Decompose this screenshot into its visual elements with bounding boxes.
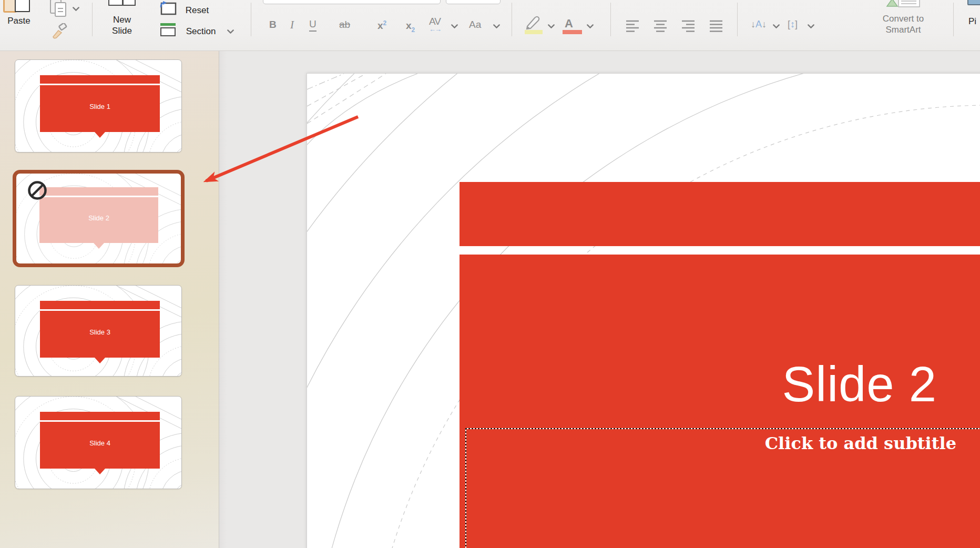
paste-label[interactable]: Paste — [2, 16, 36, 26]
group-divider — [610, 3, 611, 36]
convert-smartart-label-line2: SmartArt — [874, 25, 933, 35]
slide-editor-area: Slide 2 Click to add subtitle — [219, 51, 980, 548]
font-size-input[interactable] — [446, 0, 501, 4]
font-color-swatch — [563, 30, 582, 34]
convert-smartart-icon — [886, 0, 921, 7]
slide-thumbnail-4[interactable]: Slide 4 — [15, 396, 182, 489]
font-name-input[interactable] — [263, 0, 441, 4]
format-painter-icon[interactable] — [50, 23, 69, 39]
thumbnail-slide-title: Slide 1 — [40, 103, 160, 110]
thumbnail-title-banner: Slide 4 — [40, 412, 160, 469]
slide-canvas[interactable]: Slide 2 Click to add subtitle — [307, 73, 980, 548]
vertical-align-chevron[interactable] — [808, 24, 814, 28]
text-direction-button[interactable]: ↓A↓ — [751, 19, 767, 30]
group-divider — [251, 3, 251, 36]
thumbnail-slide-title: Slide 3 — [40, 328, 160, 336]
align-center-button[interactable] — [654, 19, 667, 33]
banner-pointer — [95, 469, 105, 474]
subtitle-placeholder-border-left — [465, 428, 466, 548]
group-divider — [953, 3, 954, 36]
thumbnail-title-banner: Slide 3 — [40, 301, 160, 358]
text-direction-chevron[interactable] — [773, 24, 780, 28]
subtitle-placeholder-text[interactable]: Click to add subtitle — [765, 433, 956, 453]
section-icon-rect — [160, 27, 176, 36]
subscript-button[interactable]: x2 — [406, 20, 415, 32]
underline-button[interactable]: U — [309, 18, 317, 32]
slide-top-banner[interactable] — [460, 182, 980, 246]
thumbnail-title-banner-faded: Slide 2 — [39, 187, 158, 243]
subtitle-placeholder-border-top — [465, 428, 980, 429]
slide-thumbnail-3[interactable]: Slide 3 — [15, 285, 182, 377]
banner-pointer — [95, 132, 105, 138]
thumbnail-title-banner: Slide 1 — [40, 75, 160, 132]
font-color-letter: A — [565, 17, 573, 31]
bold-button[interactable]: B — [269, 19, 277, 31]
slide-thumbnail-2-selected[interactable]: Slide 2 — [13, 170, 185, 267]
slide-thumbnail-1[interactable]: Slide 1 — [15, 59, 182, 153]
section-icon — [160, 23, 176, 26]
thumbnail-slide-title: Slide 2 — [39, 214, 158, 222]
copy-icon[interactable] — [49, 0, 69, 19]
change-case-chevron[interactable] — [493, 24, 500, 28]
group-divider — [512, 3, 512, 36]
picture-label[interactable]: Pi — [968, 16, 980, 27]
slide-title-text[interactable]: Slide 2 — [782, 356, 937, 413]
align-right-button[interactable] — [681, 19, 695, 33]
ribbon: Paste New Slide Reset Section — [0, 0, 980, 51]
strikethrough-button[interactable]: ab — [339, 19, 350, 31]
new-slide-label-line2[interactable]: Slide — [104, 26, 140, 36]
slide-2-number: 2 — [0, 176, 5, 187]
character-spacing-arrows: ←→ — [429, 25, 441, 33]
paste-page-icon — [15, 0, 30, 12]
vertical-align-button[interactable]: [↕] — [788, 19, 798, 30]
reset-icon[interactable] — [159, 1, 177, 16]
banner-accent-line — [40, 420, 160, 422]
new-slide-icon — [108, 0, 136, 6]
subscript-x: x — [406, 20, 412, 31]
align-justify-button[interactable] — [709, 19, 723, 33]
character-spacing-chevron[interactable] — [451, 24, 458, 28]
superscript-x: x — [377, 20, 383, 31]
slide-3-number: 3 — [0, 288, 5, 299]
new-slide-label-line1[interactable]: New — [104, 15, 140, 25]
banner-accent-line — [40, 84, 160, 85]
slide-thumbnail-panel: 2 3 4 Slide 1 — [0, 51, 219, 548]
group-divider — [737, 3, 738, 36]
copy-dropdown-chevron[interactable] — [73, 7, 79, 11]
convert-smartart-label-line1: Convert to — [874, 14, 933, 24]
banner-pointer — [94, 243, 104, 249]
powerpoint-window: Paste New Slide Reset Section — [0, 0, 980, 548]
subscript-2: 2 — [412, 26, 415, 34]
align-left-button[interactable] — [626, 19, 639, 33]
thumbnail-slide-title: Slide 4 — [40, 439, 160, 447]
banner-accent-line — [40, 309, 160, 311]
highlight-color-chevron[interactable] — [548, 24, 555, 28]
group-divider — [92, 3, 93, 36]
banner-pointer — [95, 358, 105, 363]
highlight-color-button[interactable] — [523, 15, 544, 35]
picture-icon — [967, 0, 980, 5]
character-spacing-button[interactable]: AV ←→ — [429, 16, 441, 33]
superscript-2: 2 — [383, 19, 387, 27]
banner-accent-line — [39, 196, 158, 197]
slide-4-number: 4 — [0, 400, 5, 411]
italic-button[interactable]: I — [290, 18, 294, 32]
superscript-button[interactable]: x2 — [377, 20, 386, 32]
change-case-button[interactable]: Aa — [469, 19, 481, 31]
section-dropdown-chevron[interactable] — [227, 29, 234, 34]
section-label[interactable]: Section — [181, 26, 221, 37]
reset-label[interactable]: Reset — [181, 5, 213, 16]
font-color-chevron[interactable] — [587, 24, 594, 28]
no-drop-cursor-icon — [27, 180, 48, 201]
